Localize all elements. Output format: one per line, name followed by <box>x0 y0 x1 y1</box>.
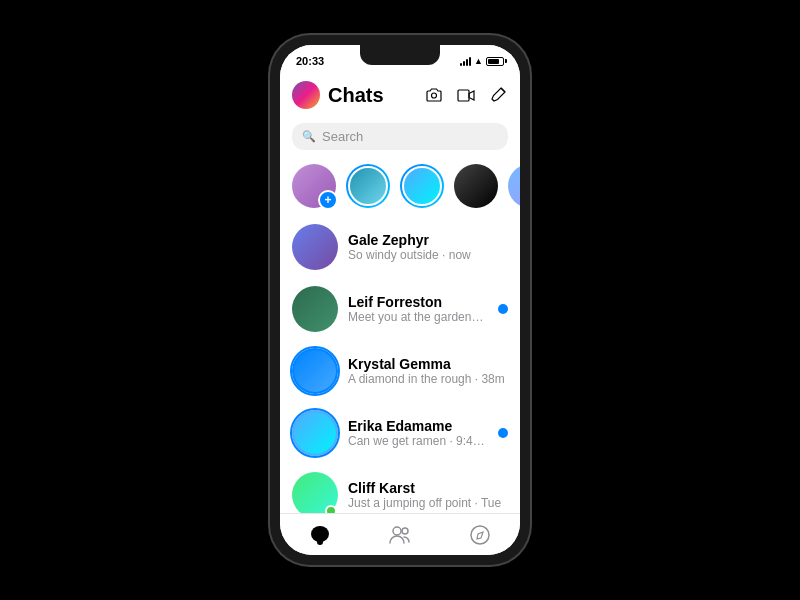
tab-people[interactable] <box>360 514 440 555</box>
stories-row: › <box>280 156 520 216</box>
search-input-wrap[interactable]: 🔍 Search <box>292 123 508 150</box>
chat-info: Cliff Karst Just a jumping off point · T… <box>348 480 508 510</box>
chat-name: Leif Forreston <box>348 294 488 310</box>
chat-item[interactable]: Cliff Karst Just a jumping off point · T… <box>280 464 520 513</box>
user-avatar[interactable] <box>292 81 320 109</box>
chat-list: Gale Zephyr So windy outside · now Leif … <box>280 216 520 513</box>
battery-icon <box>486 57 504 66</box>
people-tab-icon <box>389 526 411 544</box>
chat-info: Gale Zephyr So windy outside · now <box>348 232 508 262</box>
notch <box>360 45 440 65</box>
signal-icon <box>460 57 471 66</box>
chat-avatar <box>292 224 338 270</box>
chat-avatar <box>292 472 338 513</box>
video-icon[interactable] <box>456 85 476 105</box>
svg-point-3 <box>393 527 401 535</box>
chat-name: Cliff Karst <box>348 480 508 496</box>
chat-info: Erika Edamame Can we get ramen · 9:41am <box>348 418 488 448</box>
tab-bar <box>280 513 520 555</box>
tab-discover[interactable] <box>440 514 520 555</box>
svg-point-4 <box>402 528 408 534</box>
wifi-icon: ▲ <box>474 56 483 66</box>
phone-frame: 20:33 ▲ Chats <box>270 35 530 565</box>
blue-ring-indicator <box>290 346 340 396</box>
chat-name: Krystal Gemma <box>348 356 508 372</box>
chat-avatar <box>292 410 338 456</box>
chat-name: Gale Zephyr <box>348 232 508 248</box>
story-item[interactable] <box>454 164 498 208</box>
blue-ring-indicator <box>290 408 340 458</box>
chat-preview: So windy outside · now <box>348 248 508 262</box>
page-title: Chats <box>328 84 424 107</box>
header-actions <box>424 85 508 105</box>
chat-name: Erika Edamame <box>348 418 488 434</box>
chat-avatar <box>292 286 338 332</box>
chat-item[interactable]: Erika Edamame Can we get ramen · 9:41am <box>280 402 520 464</box>
discover-tab-icon <box>470 525 490 545</box>
phone-screen: 20:33 ▲ Chats <box>280 45 520 555</box>
unread-badge <box>498 428 508 438</box>
status-time: 20:33 <box>296 55 324 67</box>
story-item[interactable] <box>346 164 390 208</box>
unread-badge <box>498 304 508 314</box>
chat-avatar <box>292 348 338 394</box>
compose-icon[interactable] <box>488 85 508 105</box>
chat-info: Krystal Gemma A diamond in the rough · 3… <box>348 356 508 386</box>
svg-point-5 <box>471 526 489 544</box>
search-placeholder: Search <box>322 129 363 144</box>
search-icon: 🔍 <box>302 130 316 143</box>
search-bar: 🔍 Search <box>280 117 520 156</box>
chat-info: Leif Forreston Meet you at the garden? ·… <box>348 294 488 324</box>
svg-point-2 <box>317 539 323 545</box>
chats-tab-icon <box>309 524 331 546</box>
chat-item[interactable]: Leif Forreston Meet you at the garden? ·… <box>280 278 520 340</box>
story-item[interactable] <box>400 164 444 208</box>
chat-item[interactable]: Gale Zephyr So windy outside · now <box>280 216 520 278</box>
online-indicator <box>325 505 337 513</box>
tab-chats[interactable] <box>280 514 360 555</box>
chat-preview: A diamond in the rough · 38m <box>348 372 508 386</box>
svg-point-0 <box>432 93 437 98</box>
header: Chats <box>280 73 520 117</box>
story-add[interactable] <box>292 164 336 208</box>
camera-icon[interactable] <box>424 85 444 105</box>
chat-preview: Just a jumping off point · Tue <box>348 496 508 510</box>
chat-preview: Can we get ramen · 9:41am <box>348 434 488 448</box>
status-icons: ▲ <box>460 56 504 66</box>
story-item[interactable] <box>508 164 520 208</box>
chat-preview: Meet you at the garden? · 16m <box>348 310 488 324</box>
chat-item[interactable]: Krystal Gemma A diamond in the rough · 3… <box>280 340 520 402</box>
